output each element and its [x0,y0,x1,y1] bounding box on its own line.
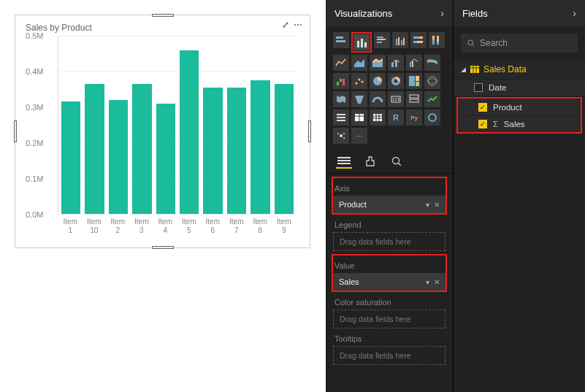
filled-map-icon[interactable] [333,91,349,107]
table-header[interactable]: ◢ Sales Data [454,60,585,79]
slicer-icon[interactable] [333,109,349,126]
field-row-sales[interactable]: ✓ Σ Sales [458,116,581,132]
bar[interactable] [61,101,80,214]
resize-handle-left[interactable] [14,120,17,142]
color-drop-zone[interactable]: Drag data fields here [333,310,446,328]
svg-rect-0 [336,36,343,39]
chevron-right-icon[interactable]: › [440,7,444,19]
analytics-tab-icon[interactable] [389,154,405,169]
svg-rect-36 [409,76,415,86]
bar[interactable] [227,88,246,214]
field-row-date[interactable]: Date [454,80,585,96]
fields-header[interactable]: Fields › [454,0,585,26]
color-well-label: Color saturation [333,292,446,310]
custom-visual-icon[interactable] [333,128,349,144]
chart-visual[interactable]: ⤢ ⋯ Sales by Product 0.5M0.4M0.3M0.2M0.1… [15,15,310,248]
clustered-column-icon[interactable] [392,32,408,48]
bar[interactable] [203,88,222,214]
bar[interactable] [156,104,175,214]
svg-rect-11 [403,38,405,45]
x-axis-label: Item2 [108,215,128,235]
y-axis-tick: 0.4M [26,67,43,76]
treemap-icon[interactable] [406,73,422,89]
gauge-icon[interactable] [370,91,386,107]
value-field-pill[interactable]: Sales ▾✕ [333,273,446,291]
fields-tab-icon[interactable] [336,154,352,169]
y-axis-tick: 0.0M [26,210,43,219]
tooltips-drop-zone[interactable]: Drag data fields here [333,346,446,365]
bar[interactable] [180,50,199,214]
funnel-icon[interactable] [351,91,367,107]
svg-point-35 [394,80,398,83]
kpi-icon[interactable] [424,91,440,107]
field-wells: Axis Product ▾✕ Legend Drag data fields … [326,174,453,374]
svg-text:R: R [393,113,399,122]
visualizations-header[interactable]: Visualizations › [326,0,453,26]
line-chart-icon[interactable] [333,55,349,71]
resize-handle-top[interactable] [152,14,174,17]
resize-handle-bottom[interactable] [152,246,174,249]
focus-mode-icon[interactable]: ⤢ [282,20,289,30]
svg-rect-67 [337,163,351,164]
clustered-bar-icon[interactable] [374,32,390,48]
y-axis-tick: 0.5M [26,31,43,40]
dropdown-icon[interactable]: ▾ [426,278,429,286]
line-clustered-column-icon[interactable] [406,55,422,71]
value-well-label: Value [333,255,446,273]
axis-field-pill[interactable]: Product ▾✕ [333,196,446,213]
checkbox-icon[interactable] [474,83,483,92]
value-field-name: Sales [339,277,359,286]
r-visual-icon[interactable]: R [388,109,404,126]
field-name: Product [493,103,522,112]
matrix-icon[interactable] [370,109,386,126]
fields-title: Fields [462,8,488,19]
arcgis-icon[interactable] [424,109,440,126]
svg-marker-41 [355,96,364,104]
svg-point-30 [356,82,358,85]
bar[interactable] [109,100,128,214]
map-icon[interactable] [424,73,440,89]
expand-icon[interactable]: ◢ [461,66,466,73]
waterfall-icon[interactable] [333,73,349,89]
x-axis-label: Item1 [61,215,80,235]
table-icon[interactable] [351,109,367,126]
format-tab-icon[interactable] [362,154,378,169]
multi-card-icon[interactable] [406,91,422,107]
search-input[interactable]: Search [461,34,578,53]
svg-point-60 [340,134,343,137]
x-axis-label: Item9 [275,215,294,235]
line-stacked-column-icon[interactable] [388,55,404,71]
stacked-bar-icon[interactable] [333,32,349,48]
ribbon-chart-icon[interactable] [424,55,440,71]
svg-marker-20 [354,59,364,67]
checkbox-checked-icon[interactable]: ✓ [478,120,487,128]
donut-icon[interactable] [388,73,404,89]
field-row-product[interactable]: ✓ Product [458,99,581,115]
remove-icon[interactable]: ✕ [434,201,440,209]
stacked-column-100-icon[interactable] [429,32,445,48]
dropdown-icon[interactable]: ▾ [426,201,429,209]
area-chart-icon[interactable] [351,55,367,71]
legend-drop-zone[interactable]: Drag data fields here [333,232,446,251]
stacked-area-icon[interactable] [370,55,386,71]
resize-handle-right[interactable] [308,120,311,142]
report-canvas[interactable]: ⤢ ⋯ Sales by Product 0.5M0.4M0.3M0.2M0.1… [0,0,326,392]
svg-rect-5 [377,36,383,38]
scatter-icon[interactable] [351,73,367,89]
python-visual-icon[interactable]: Py [406,109,422,126]
bar[interactable] [132,84,151,214]
card-icon[interactable]: 123 [388,91,404,107]
bar[interactable] [275,84,294,214]
stacked-bar-100-icon[interactable] [410,32,427,48]
pie-icon[interactable] [370,73,386,89]
remove-icon[interactable]: ✕ [434,278,440,286]
bar[interactable] [85,84,104,214]
bar[interactable] [251,80,269,214]
import-visual-icon[interactable]: ⋯ [351,128,367,144]
stacked-column-icon[interactable] [353,34,370,50]
svg-rect-15 [417,41,423,43]
checkbox-checked-icon[interactable]: ✓ [478,103,487,112]
svg-rect-47 [337,117,345,118]
more-options-icon[interactable]: ⋯ [294,20,302,30]
chevron-right-icon[interactable]: › [573,7,576,19]
